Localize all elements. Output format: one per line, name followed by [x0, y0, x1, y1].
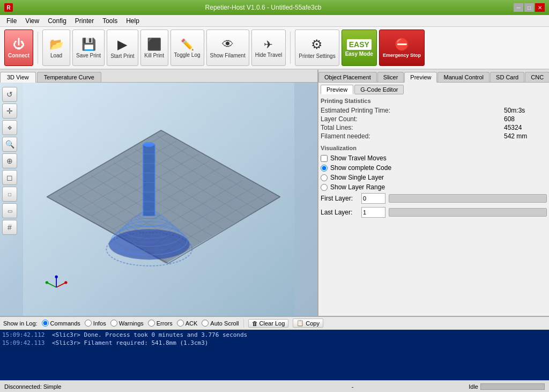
menubar: File View Config Printer Tools Help	[0, 15, 549, 27]
panel-tabs: Object Placement Slicer Preview Manual C…	[318, 70, 549, 83]
clear-log-button[interactable]: 🗑 Clear Log	[248, 319, 289, 328]
show-single-layer-row: Show Single Layer	[321, 174, 547, 181]
tab-slicer[interactable]: Slicer	[377, 72, 404, 82]
log-area: Show in Log: Commands Infos Warnings Err…	[0, 316, 549, 380]
filter-commands[interactable]: Commands	[42, 320, 80, 327]
clear-log-label: Clear Log	[259, 320, 285, 327]
tab-cnc[interactable]: CNC	[525, 72, 549, 82]
viewport[interactable]: ↺ ✛ ✥ 🔍 ⊕ ◻ □ ▭ #	[0, 83, 317, 316]
emergency-stop-label: Emergency Stop	[383, 53, 421, 58]
toggle-log-button[interactable]: ✏️ Toggle Log	[170, 29, 204, 66]
first-layer-label: First Layer:	[321, 195, 358, 202]
show-filament-button[interactable]: 👁 Show Filament	[206, 29, 249, 66]
stat-value-lines: 45324	[504, 124, 547, 131]
svg-point-42	[143, 142, 154, 147]
filter-warnings-radio[interactable]	[110, 320, 117, 327]
show-travel-checkbox[interactable]	[321, 155, 328, 162]
first-layer-slider[interactable]	[389, 194, 547, 203]
left-panel: 3D View Temperature Curve ↺ ✛ ✥ 🔍 ⊕ ◻ □ …	[0, 70, 318, 316]
save-print-button[interactable]: 💾 Save Print	[72, 29, 105, 66]
easy-mode-button[interactable]: EASY Easy Mode	[342, 29, 377, 66]
emergency-stop-button[interactable]: ⛔ Emergency Stop	[379, 29, 425, 66]
menu-config[interactable]: Config	[43, 16, 71, 26]
hide-travel-button[interactable]: ✈ Hide Travel	[251, 29, 286, 66]
restore-button[interactable]: □	[524, 3, 534, 12]
statusbar: Disconnected: Simple - Idle	[0, 380, 549, 392]
menu-view[interactable]: View	[21, 16, 43, 26]
tab-object-placement[interactable]: Object Placement	[318, 72, 377, 82]
toggle-log-icon: ✏️	[181, 38, 194, 51]
tab-preview[interactable]: Preview	[404, 72, 437, 83]
save-icon: 💾	[81, 38, 96, 51]
show-travel-row: Show Travel Moves	[321, 154, 547, 162]
menu-help[interactable]: Help	[122, 16, 144, 26]
filter-ack-radio[interactable]	[177, 320, 184, 327]
minimize-button[interactable]: ─	[514, 3, 523, 12]
copy-log-button[interactable]: 📋 Copy	[293, 319, 323, 328]
last-layer-slider[interactable]	[389, 208, 547, 217]
show-filament-label: Show Filament	[210, 53, 246, 58]
filter-infos-radio[interactable]	[85, 320, 92, 327]
filter-ack-label: ACK	[186, 320, 198, 327]
main-content: 3D View Temperature Curve ↺ ✛ ✥ 🔍 ⊕ ◻ □ …	[0, 70, 549, 316]
show-complete-label: Show complete Code	[330, 164, 391, 172]
stat-label-layers: Layer Count:	[321, 115, 358, 123]
tab-temperature-curve[interactable]: Temperature Curve	[37, 72, 101, 82]
view-tabs: 3D View Temperature Curve	[0, 70, 317, 83]
filter-infos[interactable]: Infos	[85, 320, 106, 327]
last-layer-label: Last Layer:	[321, 209, 358, 216]
first-layer-input[interactable]	[361, 193, 385, 204]
svg-rect-39	[143, 144, 155, 216]
filter-ack[interactable]: ACK	[177, 320, 198, 327]
load-button[interactable]: 📂 Load	[42, 29, 70, 66]
filter-commands-radio[interactable]	[42, 320, 49, 327]
log-entries: 15:09:42.112 <Slic3r> Done. Process took…	[0, 330, 549, 380]
load-icon: 📂	[49, 38, 64, 51]
filter-errors[interactable]: Errors	[148, 320, 173, 327]
easy-mode-label: Easy Mode	[345, 51, 373, 57]
tab-sd-card[interactable]: SD Card	[490, 72, 524, 82]
stat-total-lines: Total Lines: 45324	[321, 123, 547, 132]
toggle-log-label: Toggle Log	[174, 52, 201, 58]
close-button[interactable]: ✕	[535, 3, 545, 12]
log-toolbar: Show in Log: Commands Infos Warnings Err…	[0, 317, 549, 330]
connect-button[interactable]: ⏻ Connect	[4, 29, 33, 66]
filter-errors-radio[interactable]	[148, 320, 155, 327]
stat-value-time: 50m:3s	[504, 107, 547, 114]
copy-icon: 📋	[296, 320, 304, 327]
svg-point-54	[46, 281, 48, 284]
kill-icon: ⬛	[147, 38, 161, 51]
start-print-button[interactable]: ▶ Start Print	[107, 29, 138, 66]
tab-manual-control[interactable]: Manual Control	[437, 72, 489, 82]
menu-tools[interactable]: Tools	[98, 16, 122, 26]
log-time-0: 15:09:42.112	[2, 331, 48, 338]
last-layer-row: Last Layer:	[321, 207, 547, 218]
sub-tab-preview[interactable]: Preview	[321, 85, 353, 94]
printer-settings-button[interactable]: ⚙ Printer Settings	[295, 29, 339, 66]
show-complete-radio[interactable]	[321, 165, 328, 172]
show-single-radio[interactable]	[321, 174, 328, 181]
connect-icon: ⏻	[13, 38, 25, 51]
auto-scroll-filter[interactable]: Auto Scroll	[202, 320, 239, 327]
stat-value-layers: 608	[504, 115, 547, 123]
hide-travel-icon: ✈	[264, 38, 273, 51]
menu-file[interactable]: File	[2, 16, 21, 26]
stats-title: Printing Statistics	[321, 98, 547, 104]
stat-value-filament: 542 mm	[504, 132, 547, 140]
toolbar-separator-2	[290, 32, 291, 64]
filter-warnings[interactable]: Warnings	[110, 320, 144, 327]
last-layer-input[interactable]	[361, 207, 385, 218]
auto-scroll-radio[interactable]	[202, 320, 209, 327]
kill-print-button[interactable]: ⬛ Kill Print	[140, 29, 168, 66]
tab-3d-view[interactable]: 3D View	[0, 72, 36, 83]
menu-printer[interactable]: Printer	[71, 16, 98, 26]
show-range-radio[interactable]	[321, 184, 328, 191]
log-separator	[243, 319, 244, 328]
save-print-label: Save Print	[76, 53, 101, 58]
log-entry-0: 15:09:42.112 <Slic3r> Done. Process took…	[2, 331, 547, 339]
filter-warnings-label: Warnings	[119, 320, 144, 327]
sub-tab-gcode-editor[interactable]: G-Code Editor	[354, 85, 404, 94]
toolbar: ⏻ Connect 📂 Load 💾 Save Print ▶ Start Pr…	[0, 27, 549, 70]
emergency-icon: ⛔	[395, 38, 409, 51]
panel-content: Preview G-Code Editor Printing Statistic…	[318, 83, 549, 316]
